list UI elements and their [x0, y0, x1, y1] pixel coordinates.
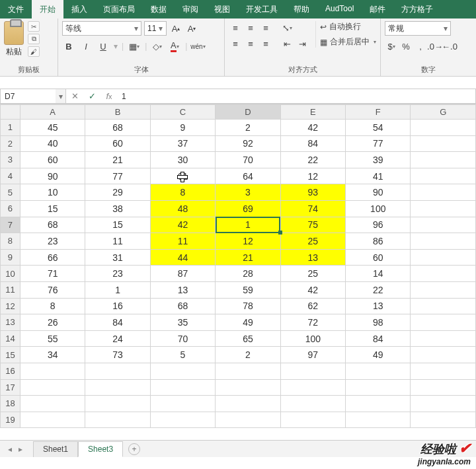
- cell[interactable]: [150, 363, 215, 379]
- cell[interactable]: 73: [85, 347, 150, 363]
- format-painter-button[interactable]: 🖌: [28, 46, 40, 57]
- cell[interactable]: 70: [216, 152, 280, 168]
- cell[interactable]: 77: [85, 168, 150, 184]
- cell[interactable]: 12: [216, 233, 280, 250]
- cancel-formula-button[interactable]: ✕: [66, 91, 83, 101]
- name-box-dropdown[interactable]: ▾: [56, 89, 66, 104]
- cell[interactable]: 25: [280, 266, 345, 282]
- cell[interactable]: 25: [280, 233, 345, 250]
- cell[interactable]: 59: [216, 281, 280, 298]
- cell[interactable]: 26: [20, 314, 85, 331]
- row-header[interactable]: 11: [1, 281, 20, 298]
- cell[interactable]: [411, 266, 476, 282]
- cell[interactable]: 62: [280, 298, 345, 314]
- cell[interactable]: 1: [216, 217, 280, 233]
- cell[interactable]: [346, 363, 411, 379]
- cell[interactable]: 68: [85, 120, 150, 136]
- cell[interactable]: [85, 396, 150, 412]
- cell[interactable]: [216, 379, 280, 396]
- row-header[interactable]: 19: [1, 412, 20, 428]
- cell[interactable]: 60: [20, 152, 85, 168]
- align-bottom-button[interactable]: ≡: [259, 21, 272, 34]
- number-format-combo[interactable]: 常规▾: [385, 21, 451, 36]
- cell[interactable]: [411, 233, 476, 250]
- cell[interactable]: [280, 363, 345, 379]
- cell[interactable]: 21: [85, 152, 150, 168]
- column-header[interactable]: A: [20, 105, 85, 120]
- font-size-combo[interactable]: 11▾: [144, 21, 167, 36]
- cell[interactable]: 64: [216, 168, 280, 184]
- cell[interactable]: [411, 120, 476, 136]
- fx-button[interactable]: fx: [100, 91, 118, 101]
- cell[interactable]: 29: [85, 184, 150, 201]
- phonetic-button[interactable]: wén▾: [191, 40, 204, 53]
- select-all-corner[interactable]: [1, 105, 20, 120]
- cell[interactable]: 100: [346, 200, 411, 217]
- cell[interactable]: 11: [150, 233, 215, 250]
- ribbon-tab[interactable]: AudTool: [317, 0, 362, 18]
- cell[interactable]: [216, 412, 280, 428]
- cell[interactable]: 86: [346, 233, 411, 250]
- ribbon-tab[interactable]: 文件: [0, 0, 32, 18]
- sheet-tab[interactable]: Sheet3: [78, 441, 123, 457]
- cell[interactable]: 45: [20, 120, 85, 136]
- cell[interactable]: [411, 217, 476, 233]
- column-header[interactable]: D: [216, 105, 280, 120]
- cell[interactable]: 23: [20, 233, 85, 250]
- percent-format-button[interactable]: %: [399, 40, 413, 53]
- copy-button[interactable]: ⧉: [28, 34, 40, 44]
- increase-decimal-button[interactable]: .0→: [428, 40, 442, 53]
- cell[interactable]: [216, 363, 280, 379]
- column-header[interactable]: F: [346, 105, 411, 120]
- cell[interactable]: 74: [280, 200, 345, 217]
- cell[interactable]: [346, 412, 411, 428]
- row-header[interactable]: 4: [1, 168, 20, 184]
- cell[interactable]: 16: [85, 298, 150, 314]
- cell[interactable]: 13: [150, 281, 215, 298]
- ribbon-tab[interactable]: 邮件: [362, 0, 393, 18]
- align-center-button[interactable]: ≡: [244, 37, 257, 50]
- cell[interactable]: [411, 314, 476, 331]
- font-name-combo[interactable]: 等线▾: [62, 21, 141, 36]
- cell[interactable]: 28: [216, 266, 280, 282]
- cell[interactable]: [150, 412, 215, 428]
- cell[interactable]: 90: [20, 168, 85, 184]
- cell[interactable]: [20, 363, 85, 379]
- cell[interactable]: [411, 249, 476, 266]
- cell[interactable]: 66: [20, 249, 85, 266]
- cell[interactable]: 9: [150, 120, 215, 136]
- cell[interactable]: 84: [85, 314, 150, 331]
- row-header[interactable]: 18: [1, 396, 20, 412]
- cell[interactable]: 71: [20, 266, 85, 282]
- cell[interactable]: 68: [150, 298, 215, 314]
- cell[interactable]: 70: [150, 330, 215, 347]
- cell[interactable]: 87: [150, 266, 215, 282]
- row-header[interactable]: 10: [1, 266, 20, 282]
- cell[interactable]: 97: [280, 347, 345, 363]
- cell[interactable]: [85, 363, 150, 379]
- cell[interactable]: [20, 379, 85, 396]
- cell[interactable]: 34: [20, 347, 85, 363]
- add-sheet-button[interactable]: +: [128, 443, 140, 455]
- row-header[interactable]: 2: [1, 135, 20, 152]
- cell[interactable]: 23: [85, 266, 150, 282]
- ribbon-tab[interactable]: 开发工具: [238, 0, 286, 18]
- cell[interactable]: 98: [346, 314, 411, 331]
- cell[interactable]: [411, 152, 476, 168]
- cell[interactable]: 3: [216, 184, 280, 201]
- column-header[interactable]: C: [150, 105, 215, 120]
- column-header[interactable]: B: [85, 105, 150, 120]
- cell[interactable]: [411, 200, 476, 217]
- cell[interactable]: [280, 379, 345, 396]
- cell[interactable]: 13: [280, 249, 345, 266]
- align-left-button[interactable]: ≡: [229, 37, 242, 50]
- cell[interactable]: 60: [346, 249, 411, 266]
- cell[interactable]: 54: [346, 120, 411, 136]
- column-header[interactable]: G: [411, 105, 476, 120]
- cell[interactable]: [411, 298, 476, 314]
- decrease-indent-button[interactable]: ⇤: [280, 37, 294, 50]
- orientation-button[interactable]: ⤡▾: [280, 21, 294, 34]
- cell[interactable]: 13: [346, 298, 411, 314]
- cell[interactable]: [346, 396, 411, 412]
- cell[interactable]: 15: [20, 200, 85, 217]
